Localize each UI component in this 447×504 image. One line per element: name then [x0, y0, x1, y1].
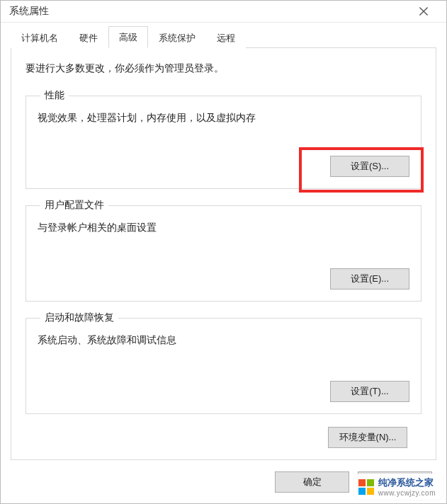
- window-title: 系统属性: [9, 5, 409, 18]
- content-area: 计算机名 硬件 高级 系统保护 远程 要进行大多数更改，你必须作为管理员登录。 …: [1, 23, 446, 504]
- user-profiles-legend: 用户配置文件: [40, 199, 108, 212]
- startup-recovery-settings-button[interactable]: 设置(T)...: [330, 381, 409, 402]
- user-profiles-group: 用户配置文件 与登录帐户相关的桌面设置 设置(E)...: [26, 199, 421, 302]
- tab-hardware[interactable]: 硬件: [69, 27, 108, 48]
- tab-panel-advanced: 要进行大多数更改，你必须作为管理员登录。 性能 视觉效果，处理器计划，内存使用，…: [11, 48, 436, 460]
- tab-computer-name[interactable]: 计算机名: [11, 27, 69, 48]
- close-button[interactable]: [409, 1, 438, 22]
- watermark-badge: 纯净系统之家 www.ycwjzy.com: [354, 474, 443, 500]
- startup-recovery-desc: 系统启动、系统故障和调试信息: [38, 334, 409, 347]
- windows-logo-icon: [358, 479, 374, 495]
- performance-group: 性能 视觉效果，处理器计划，内存使用，以及虚拟内存 设置(S)...: [26, 89, 421, 189]
- titlebar: 系统属性: [1, 1, 446, 23]
- admin-notice: 要进行大多数更改，你必须作为管理员登录。: [26, 62, 421, 75]
- ok-button[interactable]: 确定: [275, 471, 349, 493]
- tab-bar: 计算机名 硬件 高级 系统保护 远程: [11, 27, 436, 48]
- user-profiles-settings-button[interactable]: 设置(E)...: [330, 268, 409, 290]
- performance-settings-button[interactable]: 设置(S)...: [330, 156, 409, 177]
- env-var-row: 环境变量(N)...: [26, 427, 421, 448]
- startup-recovery-legend: 启动和故障恢复: [40, 311, 118, 324]
- watermark-url: www.ycwjzy.com: [378, 489, 436, 497]
- tab-system-protection[interactable]: 系统保护: [148, 27, 206, 48]
- performance-desc: 视觉效果，处理器计划，内存使用，以及虚拟内存: [38, 112, 409, 125]
- tab-remote[interactable]: 远程: [206, 27, 246, 48]
- close-icon: [419, 6, 429, 16]
- tab-advanced[interactable]: 高级: [108, 26, 148, 48]
- startup-recovery-group: 启动和故障恢复 系统启动、系统故障和调试信息 设置(T)...: [26, 311, 421, 414]
- system-properties-window: 系统属性 计算机名 硬件 高级 系统保护 远程 要进行大多数更改，你必须作为管理…: [0, 0, 447, 504]
- performance-legend: 性能: [40, 89, 69, 102]
- watermark-text: 纯净系统之家: [378, 476, 436, 489]
- user-profiles-desc: 与登录帐户相关的桌面设置: [38, 222, 409, 234]
- environment-variables-button[interactable]: 环境变量(N)...: [328, 427, 407, 448]
